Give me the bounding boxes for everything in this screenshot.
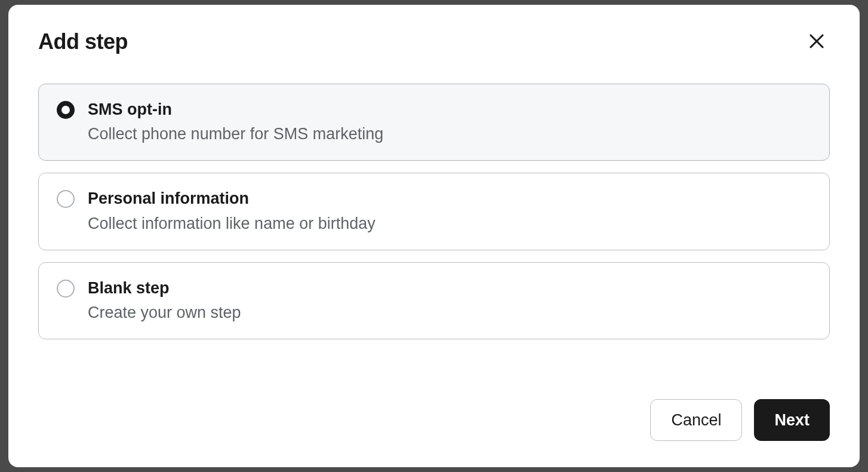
modal-title: Add step — [38, 29, 128, 54]
add-step-modal: Add step SMS opt-in Collect phone number… — [8, 5, 860, 467]
radio-wrapper — [57, 189, 75, 208]
option-text: Personal information Collect information… — [88, 189, 375, 234]
cancel-button[interactable]: Cancel — [650, 399, 742, 441]
option-description: Create your own step — [88, 302, 241, 323]
modal-header: Add step — [38, 29, 830, 55]
radio-blank-step[interactable] — [57, 280, 75, 298]
close-button[interactable] — [804, 29, 830, 55]
option-personal-information[interactable]: Personal information Collect information… — [38, 173, 830, 250]
radio-wrapper — [57, 278, 75, 298]
options-list: SMS opt-in Collect phone number for SMS … — [38, 84, 830, 375]
option-description: Collect phone number for SMS marketing — [88, 124, 383, 145]
next-button[interactable]: Next — [754, 399, 830, 441]
option-blank-step[interactable]: Blank step Create your own step — [38, 262, 830, 339]
option-title: SMS opt-in — [88, 100, 383, 119]
option-title: Blank step — [88, 278, 241, 298]
option-title: Personal information — [88, 189, 375, 208]
modal-footer: Cancel Next — [38, 399, 830, 441]
radio-sms-opt-in[interactable] — [57, 101, 75, 119]
option-text: SMS opt-in Collect phone number for SMS … — [88, 100, 383, 145]
option-text: Blank step Create your own step — [88, 278, 241, 323]
option-description: Collect information like name or birthda… — [88, 213, 375, 234]
close-icon — [808, 32, 826, 52]
radio-wrapper — [57, 100, 75, 119]
radio-personal-information[interactable] — [57, 190, 75, 208]
option-sms-opt-in[interactable]: SMS opt-in Collect phone number for SMS … — [38, 84, 830, 161]
